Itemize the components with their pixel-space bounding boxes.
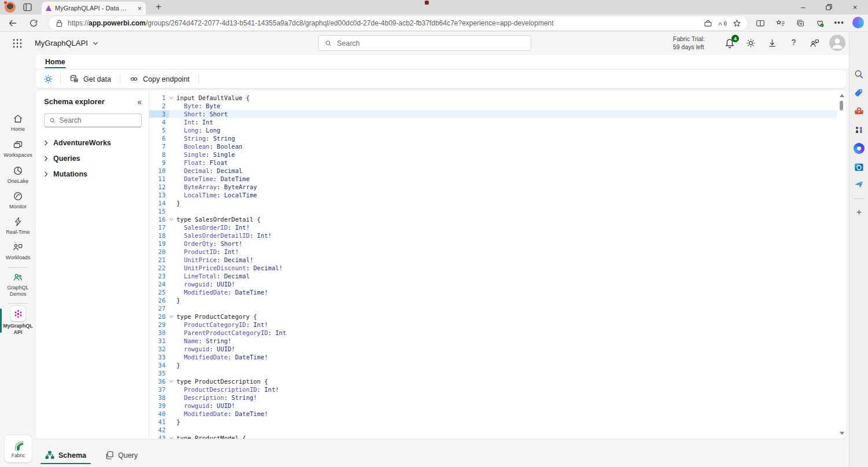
- copilot-icon[interactable]: [852, 17, 864, 28]
- code-line[interactable]: 32 rowguid: UUID!: [149, 345, 837, 353]
- collections-icon[interactable]: [795, 18, 806, 28]
- refresh-icon[interactable]: [28, 18, 39, 28]
- schema-code-editor[interactable]: 1input DefaultValue {2 Byte: Byte3 Short…: [149, 90, 846, 439]
- code-line[interactable]: 4 Int: Int: [149, 118, 837, 126]
- scrollbar-thumb[interactable]: [840, 101, 843, 111]
- app-launcher-icon[interactable]: [12, 38, 23, 49]
- global-search-input[interactable]: [337, 39, 525, 47]
- code-line[interactable]: 1input DefaultValue {: [149, 94, 837, 102]
- help-button[interactable]: ?: [788, 38, 799, 49]
- code-line[interactable]: 31 Name: String!: [149, 337, 837, 345]
- get-data-button[interactable]: Get data: [67, 74, 113, 84]
- code-line[interactable]: 35: [149, 369, 837, 377]
- paper-plane-icon[interactable]: [854, 179, 865, 190]
- code-line[interactable]: 19 OrderQty: Short!: [149, 240, 837, 248]
- games-chess-icon[interactable]: [854, 124, 865, 135]
- global-search[interactable]: [318, 35, 531, 51]
- code-line[interactable]: 39 rowguid: UUID!: [149, 402, 837, 410]
- tab-actions-icon[interactable]: [23, 3, 32, 12]
- code-line[interactable]: 13 LocalTime: LocalTime: [149, 191, 837, 199]
- browser-essentials-icon[interactable]: [815, 18, 825, 28]
- fabric-home-button[interactable]: Fabric: [5, 435, 32, 462]
- tab-schema[interactable]: Schema: [41, 446, 91, 465]
- nav-item-workspaces[interactable]: Workspaces: [0, 139, 36, 159]
- browser-profile-avatar[interactable]: [5, 2, 16, 13]
- m365-copilot-icon[interactable]: [854, 143, 865, 154]
- favorites-bar-icon[interactable]: [775, 18, 786, 28]
- code-line[interactable]: 37 ProductDescriptionID: Int!: [149, 385, 837, 394]
- code-line[interactable]: 43type ProductModel {: [149, 434, 837, 439]
- fold-chevron-icon[interactable]: [169, 436, 176, 439]
- code-line[interactable]: 18 SalesOrderDetailID: Int!: [149, 231, 837, 240]
- scroll-down-arrow[interactable]: [840, 432, 844, 435]
- app-install-icon[interactable]: [703, 19, 713, 28]
- code-line[interactable]: 5 Long: Long: [149, 126, 837, 134]
- sidebar-add-button[interactable]: +: [854, 207, 865, 218]
- code-line[interactable]: 27: [149, 304, 837, 312]
- code-line[interactable]: 9 Float: Float: [149, 159, 837, 167]
- nav-item-graphql-demos[interactable]: GraphQL Demos: [0, 271, 36, 297]
- code-line[interactable]: 41}: [149, 418, 837, 426]
- nav-item-realtime[interactable]: Real-Time: [0, 216, 36, 236]
- code-line[interactable]: 20 ProductID: Int!: [149, 248, 837, 256]
- minimize-button[interactable]: –: [790, 0, 816, 14]
- nav-item-workloads[interactable]: Workloads: [0, 241, 36, 261]
- code-line[interactable]: 36type ProductDescription {: [149, 377, 837, 385]
- api-settings-gear-icon[interactable]: [43, 73, 54, 84]
- nav-item-monitor[interactable]: Monitor: [0, 190, 36, 210]
- code-line[interactable]: 8 Single: Single: [149, 150, 837, 159]
- code-line[interactable]: 24 rowguid: UUID!: [149, 280, 837, 288]
- code-line[interactable]: 26}: [149, 296, 837, 304]
- trial-status[interactable]: Fabric Trial: 59 days left: [673, 35, 713, 51]
- code-line[interactable]: 16type SalesOrderDetail {: [149, 215, 837, 223]
- code-line[interactable]: 33 ModifiedDate: DateTime!: [149, 353, 837, 361]
- url-bar[interactable]: https://app.powerbi.com/groups/2674d472-…: [49, 16, 748, 30]
- tab-query[interactable]: Query: [100, 446, 142, 465]
- code-line[interactable]: 34}: [149, 361, 837, 369]
- code-line[interactable]: 40 ModifiedDate: DateTime!: [149, 410, 837, 418]
- editor-scrollbar[interactable]: [837, 91, 845, 437]
- tab-close-icon[interactable]: ×: [137, 5, 142, 12]
- code-line[interactable]: 6 String: String: [149, 134, 837, 142]
- copy-endpoint-button[interactable]: Copy endpoint: [127, 74, 192, 84]
- code-line[interactable]: 30 ParentProductCategoryID: Int: [149, 329, 837, 337]
- code-line[interactable]: 28type ProductCategory {: [149, 312, 837, 321]
- tree-item-adventureworks[interactable]: AdventureWorks: [44, 135, 142, 150]
- code-line[interactable]: 17 SalesOrderID: Int!: [149, 223, 837, 231]
- collapse-panel-icon[interactable]: «: [137, 98, 142, 106]
- browser-menu-icon[interactable]: •••: [834, 18, 844, 28]
- code-line[interactable]: 14}: [149, 199, 837, 207]
- tools-toolbox-icon[interactable]: [854, 106, 865, 117]
- nav-item-mygraphqlapi[interactable]: MyGraphQL API: [0, 306, 36, 335]
- nav-item-home[interactable]: Home: [0, 113, 36, 133]
- code-line[interactable]: 11 DateTime: DateTime: [149, 175, 837, 183]
- schema-search[interactable]: [44, 113, 142, 127]
- code-line[interactable]: 25 ModifiedDate: DateTime!: [149, 288, 837, 296]
- settings-gear-icon[interactable]: [745, 38, 756, 49]
- download-icon[interactable]: [767, 38, 778, 49]
- code-line[interactable]: 3 Short: Short: [149, 110, 837, 118]
- code-line[interactable]: 15: [149, 207, 837, 215]
- feedback-icon[interactable]: [809, 38, 820, 49]
- browser-tab[interactable]: MyGraphQLAPI - Data App Deve ×: [42, 2, 146, 14]
- tree-item-queries[interactable]: Queries: [44, 150, 142, 166]
- notifications-button[interactable]: 4: [723, 37, 736, 50]
- restore-button[interactable]: [816, 0, 842, 14]
- back-icon[interactable]: [8, 18, 18, 28]
- tree-item-mutations[interactable]: Mutations: [44, 166, 142, 182]
- code-line[interactable]: 38 Description: String!: [149, 394, 837, 402]
- code-line[interactable]: 22 UnitPriceDiscount: Decimal!: [149, 264, 837, 272]
- shopping-tag-icon[interactable]: [854, 87, 865, 98]
- code-line[interactable]: 42: [149, 426, 837, 434]
- code-line[interactable]: 21 UnitPrice: Decimal!: [149, 256, 837, 264]
- fold-chevron-icon[interactable]: [169, 96, 176, 100]
- code-line[interactable]: 23 LineTotal: Decimal: [149, 272, 837, 280]
- read-aloud-icon[interactable]: A: [718, 19, 727, 28]
- scroll-up-arrow[interactable]: [840, 94, 844, 97]
- code-line[interactable]: 7 Boolean: Boolean: [149, 142, 837, 150]
- code-line[interactable]: 29 ProductCategoryID: Int!: [149, 321, 837, 329]
- code-line[interactable]: 10 Decimal: Decimal: [149, 167, 837, 175]
- close-button[interactable]: ×: [842, 0, 868, 14]
- workspace-switcher[interactable]: MyGraphQLAPI: [35, 39, 98, 47]
- new-tab-button[interactable]: +: [152, 1, 165, 13]
